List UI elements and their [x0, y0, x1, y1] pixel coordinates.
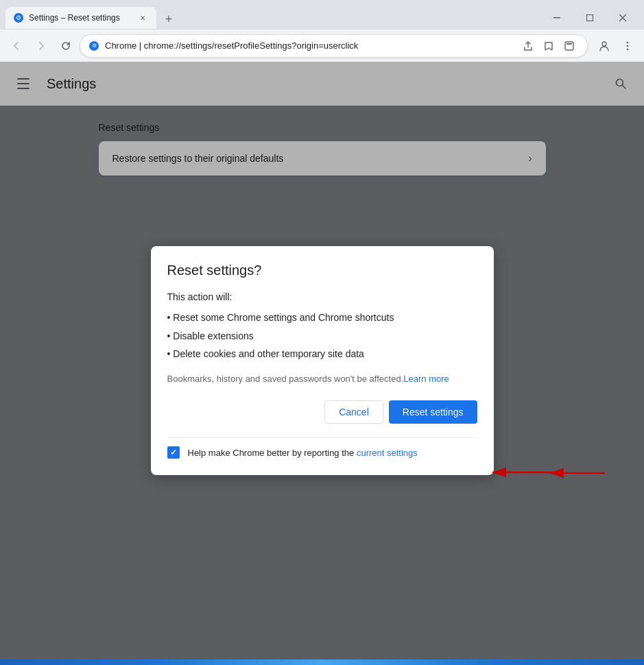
favicon-icon: ⚙: [89, 41, 99, 51]
dialog-buttons: Cancel Reset settings: [167, 400, 477, 424]
tab-title: Settings – Reset settings: [29, 13, 132, 23]
address-bar[interactable]: ⚙ Chrome | chrome://settings/resetProfil…: [80, 34, 588, 58]
cancel-button[interactable]: Cancel: [324, 400, 383, 424]
reset-settings-dialog: Reset settings? This action will: • Rese…: [151, 246, 494, 475]
url-origin: Chrome: [105, 40, 136, 51]
account-button[interactable]: [593, 35, 615, 57]
active-tab[interactable]: Settings – Reset settings ✕: [5, 7, 156, 29]
checkbox-row: Help make Chrome better by reporting the…: [167, 437, 477, 459]
url-separator: |: [136, 40, 144, 51]
minimize-button[interactable]: [541, 7, 573, 29]
tab-favicon: [14, 13, 23, 23]
dialog-bullets-list: • Reset some Chrome settings and Chrome …: [167, 310, 477, 361]
reload-button[interactable]: [55, 35, 77, 57]
new-tab-button[interactable]: +: [159, 10, 178, 29]
red-arrow-annotation: [487, 459, 562, 486]
site-favicon: ⚙: [88, 40, 99, 51]
browser-frame: Settings – Reset settings ✕ +: [0, 0, 644, 665]
checkbox-text-before: Help make Chrome better by reporting the: [188, 448, 357, 458]
page-content: Settings Reset settings Restore settings…: [0, 62, 644, 660]
maximize-button[interactable]: [574, 7, 606, 29]
checkbox-label: Help make Chrome better by reporting the…: [188, 448, 418, 458]
svg-point-7: [627, 41, 629, 43]
learn-more-link[interactable]: Learn more: [403, 374, 449, 384]
close-button[interactable]: [607, 7, 639, 29]
bullet-3: • Delete cookies and other temporary sit…: [167, 346, 477, 361]
svg-rect-0: [553, 17, 560, 19]
bullet-1: • Reset some Chrome settings and Chrome …: [167, 310, 477, 325]
dialog-title: Reset settings?: [167, 263, 477, 278]
annotation-arrow-container: [487, 459, 562, 489]
taskbar-strip: [0, 660, 644, 665]
svg-point-8: [627, 45, 629, 47]
bookmark-button[interactable]: [539, 36, 558, 56]
dialog-footer-text: Bookmarks, history and saved passwords w…: [167, 372, 477, 387]
footer-text-before: Bookmarks, history and saved passwords w…: [167, 374, 404, 384]
url-display: Chrome | chrome://settings/resetProfileS…: [105, 40, 513, 51]
svg-rect-1: [587, 15, 593, 21]
browser-actions: [593, 35, 639, 57]
svg-rect-4: [565, 42, 573, 50]
svg-point-9: [627, 48, 629, 50]
menu-button[interactable]: [617, 35, 639, 57]
reset-settings-button[interactable]: Reset settings: [389, 400, 477, 424]
tab-close-button[interactable]: ✕: [137, 12, 148, 23]
tab-bar: Settings – Reset settings ✕ +: [0, 4, 644, 29]
tab-search-button[interactable]: [560, 36, 579, 56]
dialog-body: This action will: • Reset some Chrome se…: [167, 289, 477, 387]
url-path: chrome://settings/resetProfileSettings?o…: [144, 40, 359, 51]
address-actions: [518, 36, 579, 56]
svg-rect-5: [567, 43, 572, 45]
dialog-overlay: Reset settings? This action will: • Rese…: [0, 62, 644, 660]
current-settings-link[interactable]: current settings: [357, 448, 418, 458]
dialog-action-label: This action will:: [167, 289, 477, 304]
window-controls: [541, 7, 639, 29]
svg-point-6: [602, 42, 606, 46]
share-button[interactable]: [518, 36, 538, 56]
forward-button[interactable]: [30, 35, 52, 57]
navigation-bar: ⚙ Chrome | chrome://settings/resetProfil…: [0, 29, 644, 62]
bullet-2: • Disable extensions: [167, 328, 477, 343]
reporting-checkbox[interactable]: [167, 446, 180, 459]
back-button[interactable]: [5, 35, 27, 57]
